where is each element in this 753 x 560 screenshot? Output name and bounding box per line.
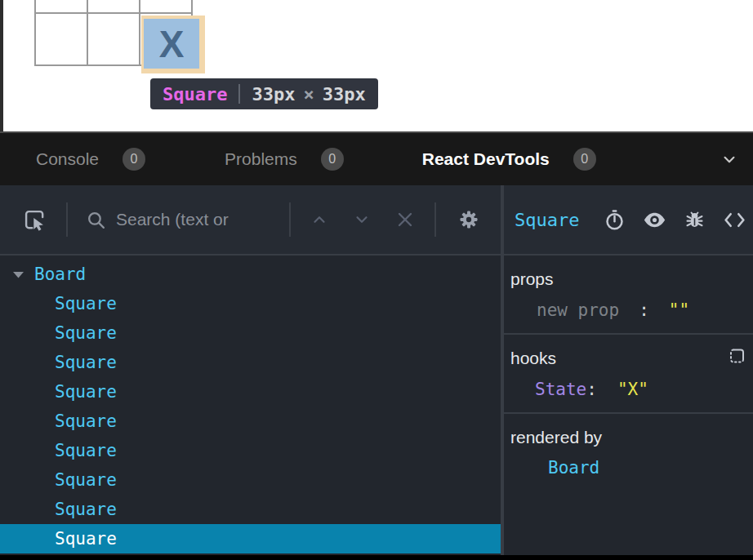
tree-row[interactable]: Square — [0, 465, 501, 495]
board-cell[interactable] — [34, 12, 88, 66]
colon: : — [639, 300, 649, 320]
new-prop-key-input[interactable]: new prop — [537, 300, 619, 320]
bottom-edge — [0, 555, 753, 560]
rendered-by-link[interactable]: Board — [510, 458, 746, 478]
component-name: Square — [55, 500, 117, 519]
rendered-by-title: rendered by — [510, 428, 746, 447]
tooltip-divider — [238, 84, 240, 104]
clear-search-icon[interactable] — [395, 210, 415, 229]
hook-name: State — [535, 380, 586, 399]
component-name: Square — [55, 323, 117, 343]
tab-console[interactable]: Console 0 — [36, 148, 145, 171]
tree-row[interactable]: Square — [0, 407, 501, 436]
expand-arrow-icon[interactable] — [13, 271, 25, 278]
tree-row[interactable]: Square — [0, 318, 501, 348]
log-bug-icon[interactable] — [684, 209, 706, 231]
tab-label: Problems — [225, 149, 297, 169]
rendered-by-section: rendered by Board — [504, 414, 753, 555]
inspect-element-icon[interactable] — [23, 208, 47, 232]
react-devtools-panel: Board Square Square Square — [0, 185, 753, 555]
colon: : — [586, 380, 597, 399]
inspect-overlay-content: X — [144, 19, 199, 69]
tab-react-devtools[interactable]: React DevTools 0 — [422, 148, 596, 171]
next-match-icon[interactable] — [353, 211, 371, 229]
tooltip-component-name: Square — [163, 84, 227, 104]
board-row — [34, 0, 191, 12]
view-source-code-icon[interactable] — [723, 208, 746, 232]
component-name: Square — [55, 411, 117, 431]
window-edge — [0, 0, 3, 131]
inspected-page: X Square 33px × 33px — [0, 0, 753, 133]
tab-badge: 0 — [123, 148, 145, 171]
component-name: Square — [55, 353, 117, 372]
previous-match-icon[interactable] — [310, 211, 328, 229]
component-name: Square — [55, 441, 117, 460]
settings-gear-icon[interactable] — [457, 208, 480, 231]
inspector-panel: Square — [504, 185, 753, 555]
component-name: Square — [55, 294, 117, 313]
component-name: Square — [55, 529, 117, 549]
toolbar-separator — [289, 202, 291, 237]
inspect-overlay-tooltip: Square 33px × 33px — [150, 78, 378, 109]
tab-label: Console — [36, 149, 99, 169]
hooks-section: hooks State : "X" — [504, 335, 753, 414]
selected-component-title: Square — [515, 210, 579, 230]
hook-value[interactable]: "X" — [617, 380, 648, 399]
toolbar-separator — [66, 202, 68, 237]
props-section: props new prop : "" — [504, 256, 753, 335]
components-panel: Board Square Square Square — [0, 185, 501, 555]
state-hook-row: State : "X" — [510, 380, 746, 399]
cell-x-mark: X — [159, 25, 185, 63]
tree-row[interactable]: Square — [0, 436, 501, 465]
component-name: Square — [55, 470, 117, 490]
board-cell[interactable] — [87, 12, 140, 66]
parse-hook-names-icon[interactable] — [728, 346, 747, 366]
chevron-down-icon[interactable] — [719, 149, 740, 170]
tooltip-width: 33px — [252, 84, 295, 104]
inspect-dom-eye-icon[interactable] — [643, 208, 666, 232]
tree-row[interactable]: Square — [0, 495, 501, 524]
component-tree: Board Square Square Square — [0, 256, 501, 555]
tree-row[interactable]: Board — [0, 260, 501, 289]
tooltip-height: 33px — [323, 84, 366, 104]
inspector-toolbar: Square — [504, 185, 753, 256]
tree-row[interactable]: Square — [0, 289, 501, 318]
devtools-tabbar: Console 0 Problems 0 React DevTools 0 — [0, 133, 753, 185]
tree-row[interactable]: Square — [0, 348, 501, 377]
suspense-stopwatch-icon[interactable] — [604, 209, 626, 231]
hooks-title: hooks — [510, 349, 746, 368]
tab-problems[interactable]: Problems 0 — [225, 148, 344, 171]
search-input[interactable] — [116, 210, 289, 229]
tab-label: React DevTools — [422, 149, 550, 169]
component-name: Square — [55, 382, 117, 402]
components-toolbar — [0, 185, 501, 256]
tree-row[interactable]: Square — [0, 377, 501, 407]
tab-badge: 0 — [573, 148, 596, 171]
toolbar-separator — [434, 202, 436, 237]
inspect-overlay-padding: X — [141, 16, 205, 73]
tooltip-times: × — [303, 84, 314, 104]
component-name: Board — [34, 264, 86, 284]
new-prop-row[interactable]: new prop : "" — [510, 300, 746, 320]
tab-badge: 0 — [321, 148, 344, 171]
inspector-toolbar-icons — [604, 208, 746, 232]
tree-row[interactable]: Square — [0, 524, 501, 553]
props-title: props — [510, 269, 746, 289]
search-icon — [86, 210, 106, 230]
new-prop-value-input[interactable]: "" — [669, 300, 689, 320]
